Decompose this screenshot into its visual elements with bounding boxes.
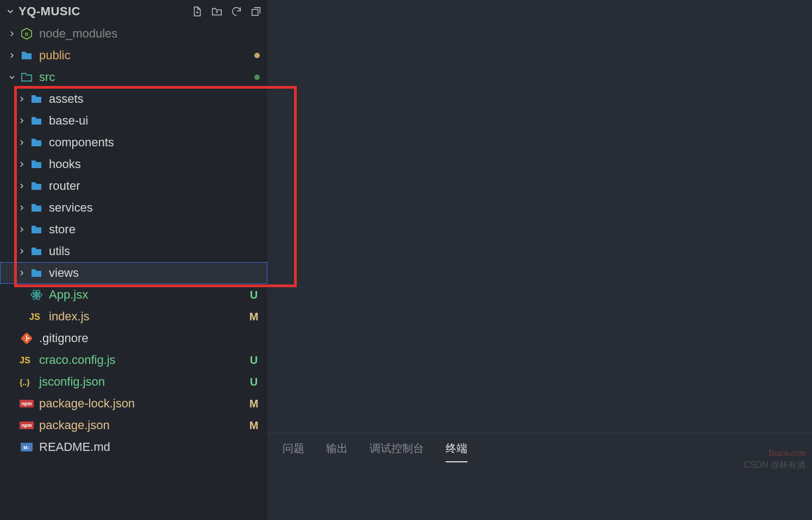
- item-label: package-lock.json: [39, 397, 248, 411]
- svg-text:JS: JS: [29, 312, 40, 321]
- svg-text:JS: JS: [20, 356, 30, 365]
- chevron-right-icon[interactable]: [15, 95, 28, 103]
- folder-assets[interactable]: assets: [0, 88, 267, 110]
- chevron-down-icon: [5, 7, 15, 16]
- item-label: craco.config.js: [39, 353, 248, 367]
- svg-text:npm: npm: [22, 401, 32, 406]
- folder-icon: [28, 201, 45, 214]
- chevron-down-icon[interactable]: [5, 73, 18, 82]
- folder-public[interactable]: public: [0, 45, 267, 66]
- item-label: base-ui: [49, 114, 260, 128]
- item-label: router: [49, 179, 260, 193]
- git-status-badge: M: [248, 419, 260, 432]
- folder-store[interactable]: store: [0, 219, 267, 240]
- chevron-right-icon[interactable]: [15, 269, 28, 277]
- folder-icon: [28, 245, 45, 258]
- new-folder-icon[interactable]: [211, 5, 223, 17]
- panel-tab-debug[interactable]: 调试控制台: [370, 441, 424, 462]
- file-jsconfig-json[interactable]: {..}jsconfig.jsonU: [0, 371, 267, 393]
- folder-base-ui[interactable]: base-ui: [0, 110, 267, 132]
- terminal-output: [267, 462, 812, 484]
- folder-icon: [28, 267, 45, 280]
- chevron-right-icon[interactable]: [15, 160, 28, 169]
- svg-text:M↓: M↓: [23, 445, 30, 450]
- chevron-right-icon[interactable]: [15, 225, 28, 234]
- folder-icon: [28, 114, 45, 127]
- item-label: public: [39, 48, 254, 63]
- folder-views[interactable]: views: [0, 262, 267, 284]
- file-index-js[interactable]: JSindex.jsM: [0, 306, 267, 327]
- js-icon: JS: [28, 311, 45, 322]
- explorer-header[interactable]: YQ-MUSIC: [0, 0, 267, 23]
- item-label: views: [49, 266, 260, 280]
- chevron-right-icon[interactable]: [15, 247, 28, 256]
- chevron-right-icon[interactable]: [5, 29, 18, 38]
- file-tree: nnode_modulespublicsrcassetsbase-uicompo…: [0, 23, 267, 520]
- svg-rect-0: [252, 9, 258, 15]
- item-label: node_modules: [39, 27, 260, 41]
- folder-node_modules[interactable]: nnode_modules: [0, 23, 267, 45]
- git-status-badge: U: [248, 289, 260, 301]
- item-label: README.md: [39, 440, 260, 454]
- item-label: .gitignore: [39, 331, 260, 345]
- folder-components[interactable]: components: [0, 132, 267, 153]
- item-label: components: [49, 135, 260, 150]
- collapse-all-icon[interactable]: [250, 5, 262, 17]
- panel-tab-output[interactable]: 输出: [326, 441, 348, 462]
- item-label: src: [39, 70, 254, 84]
- file-readme-md[interactable]: M↓README.md: [0, 436, 267, 458]
- react-icon: [28, 288, 45, 301]
- folder-router[interactable]: router: [0, 175, 267, 197]
- item-label: package.json: [39, 418, 248, 432]
- chevron-right-icon[interactable]: [15, 116, 28, 125]
- item-label: services: [49, 201, 260, 215]
- git-icon: [18, 332, 35, 345]
- folder-services[interactable]: services: [0, 197, 267, 219]
- svg-text:n: n: [25, 31, 28, 37]
- folder-hooks[interactable]: hooks: [0, 153, 267, 175]
- item-label: App.jsx: [49, 288, 248, 302]
- item-label: hooks: [49, 157, 260, 171]
- readme-icon: M↓: [18, 442, 35, 453]
- folder-utils[interactable]: utils: [0, 240, 267, 262]
- project-title: YQ-MUSIC: [18, 4, 80, 18]
- folder-icon: [28, 136, 45, 149]
- chevron-right-icon[interactable]: [15, 138, 28, 147]
- folder-icon: [28, 179, 45, 193]
- panel-tabs: 问题输出调试控制台终端: [267, 434, 812, 462]
- item-label: index.js: [49, 309, 248, 324]
- file-package-json[interactable]: npmpackage.jsonM: [0, 414, 267, 436]
- jsconfig-icon: {..}: [18, 376, 35, 387]
- file-explorer-sidebar: YQ-MUSIC nnode_modulespublicsrcassetsbas…: [0, 0, 267, 520]
- editor-empty: [267, 0, 812, 433]
- file-craco-config-js[interactable]: JScraco.config.jsU: [0, 349, 267, 371]
- folder-icon: [28, 158, 45, 171]
- file--gitignore[interactable]: .gitignore: [0, 327, 267, 349]
- folder-icon: [18, 49, 35, 62]
- npm-icon: npm: [18, 399, 35, 408]
- bottom-panel: 问题输出调试控制台终端: [267, 433, 812, 520]
- new-file-icon[interactable]: [191, 5, 203, 17]
- svg-text:{..}: {..}: [20, 378, 30, 387]
- panel-tab-terminal[interactable]: 终端: [446, 441, 467, 462]
- chevron-right-icon[interactable]: [15, 182, 28, 190]
- git-status-badge: U: [248, 376, 260, 388]
- svg-text:npm: npm: [22, 423, 32, 428]
- refresh-icon[interactable]: [230, 5, 242, 17]
- file-package-lock-json[interactable]: npmpackage-lock.jsonM: [0, 393, 267, 414]
- nodejs-icon: n: [18, 27, 35, 40]
- git-status-badge: U: [248, 354, 260, 367]
- chevron-right-icon[interactable]: [15, 203, 28, 212]
- git-status-badge: M: [248, 398, 260, 410]
- git-status-dot: [254, 53, 260, 58]
- folder-src[interactable]: src: [0, 66, 267, 88]
- file-app-jsx[interactable]: App.jsxU: [0, 284, 267, 306]
- svg-point-3: [35, 294, 38, 296]
- panel-tab-problems[interactable]: 问题: [283, 441, 304, 462]
- item-label: assets: [49, 92, 260, 106]
- item-label: store: [49, 222, 260, 237]
- js-icon: JS: [18, 355, 35, 366]
- chevron-right-icon[interactable]: [5, 51, 18, 60]
- folder-icon: [28, 92, 45, 106]
- git-status-dot: [254, 75, 260, 80]
